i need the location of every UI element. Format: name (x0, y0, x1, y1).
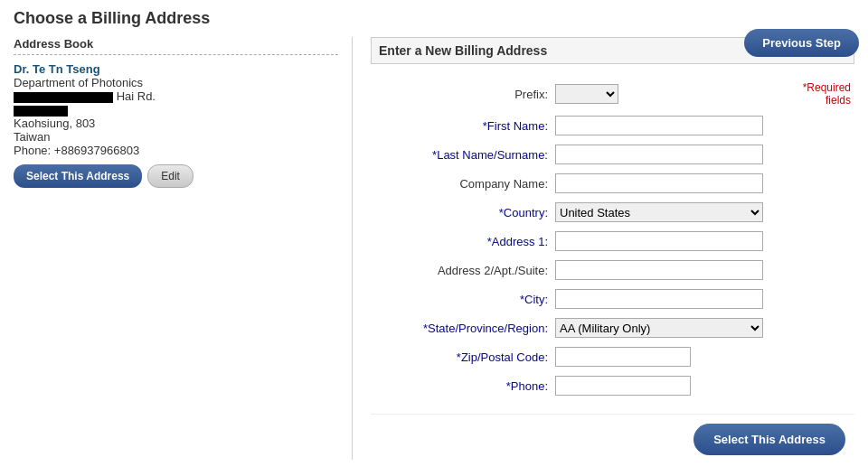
address-street-suffix: Hai Rd. (117, 89, 156, 103)
address-country: Taiwan (14, 130, 338, 144)
first-name-label: *First Name: (371, 111, 552, 140)
address2-row: Address 2/Apt./Suite: (371, 256, 854, 285)
phone-row: *Phone: (371, 371, 854, 400)
address-city-state-text: Kaohsiung, 803 (14, 117, 338, 130)
address1-input[interactable] (555, 231, 763, 251)
address-entry: Dr. Te Tn Tseng Department of Photonics … (14, 62, 338, 157)
last-name-input-cell (552, 140, 787, 169)
address2-input-cell (552, 256, 787, 285)
page-container: Choose a Billing Address Previous Step A… (0, 0, 868, 476)
company-label: Company Name: (371, 169, 552, 198)
city-row: *City: (371, 285, 854, 313)
state-row: *State/Province/Region: AA (Military Onl… (371, 313, 854, 342)
address-book-panel: Address Book Dr. Te Tn Tseng Department … (14, 37, 353, 460)
company-input-cell (552, 169, 787, 198)
first-name-input[interactable] (555, 116, 763, 135)
zip-label: *Zip/Postal Code: (371, 342, 552, 371)
country-label: *Country: (371, 198, 552, 227)
state-select[interactable]: AA (Military Only) AE (Military Only) AP… (555, 318, 763, 338)
first-name-row: *First Name: (371, 111, 854, 140)
prefix-label: Prefix: (371, 77, 552, 111)
state-label: *State/Province/Region: (371, 313, 552, 342)
city-label: *City: (371, 285, 552, 313)
country-row: *Country: United States (371, 198, 854, 227)
redacted-block-2 (14, 106, 68, 117)
select-address-button-bottom[interactable]: Select This Address (693, 424, 845, 455)
state-input-cell: AA (Military Only) AE (Military Only) AP… (552, 313, 787, 342)
prefix-input-cell: Dr. Mr. Mrs. Ms. (552, 77, 787, 111)
page-title: Choose a Billing Address (14, 9, 854, 28)
address-street-redacted: Hai Rd. (14, 89, 338, 103)
company-row: Company Name: (371, 169, 854, 198)
select-address-button-left[interactable]: Select This Address (14, 164, 142, 188)
address-book-header: Address Book (14, 37, 338, 55)
main-layout: Address Book Dr. Te Tn Tseng Department … (14, 37, 854, 460)
bottom-bar: Select This Address (371, 414, 854, 460)
previous-step-button[interactable]: Previous Step (744, 29, 859, 57)
last-name-row: *Last Name/Surname: (371, 140, 854, 169)
last-name-input[interactable] (555, 145, 763, 164)
address1-label: *Address 1: (371, 227, 552, 256)
address-name: Dr. Te Tn Tseng (14, 62, 338, 76)
redacted-block-1 (14, 92, 113, 103)
country-input-cell: United States (552, 198, 787, 227)
new-address-panel: Enter a New Billing Address Prefix: Dr. … (353, 37, 854, 460)
address-department: Department of Photonics (14, 76, 338, 89)
edit-address-button[interactable]: Edit (147, 164, 193, 188)
address-phone: Phone: +886937966803 (14, 144, 338, 157)
address2-label: Address 2/Apt./Suite: (371, 256, 552, 285)
phone-input[interactable] (555, 376, 691, 396)
billing-address-form: Prefix: Dr. Mr. Mrs. Ms. *Required field… (371, 77, 854, 400)
city-input[interactable] (555, 289, 763, 309)
phone-label: *Phone: (371, 371, 552, 400)
address2-input[interactable] (555, 260, 763, 280)
prefix-select[interactable]: Dr. Mr. Mrs. Ms. (555, 84, 618, 104)
prefix-row: Prefix: Dr. Mr. Mrs. Ms. *Required field… (371, 77, 854, 111)
country-select[interactable]: United States (555, 202, 763, 222)
company-input[interactable] (555, 173, 763, 193)
address1-row: *Address 1: (371, 227, 854, 256)
address-city-state (14, 103, 338, 117)
city-input-cell (552, 285, 787, 313)
first-name-input-cell (552, 111, 787, 140)
phone-input-cell (552, 371, 787, 400)
required-note: *Required fields (787, 77, 854, 111)
address1-input-cell (552, 227, 787, 256)
address-buttons: Select This Address Edit (14, 164, 338, 188)
zip-row: *Zip/Postal Code: (371, 342, 854, 371)
last-name-label: *Last Name/Surname: (371, 140, 552, 169)
zip-input[interactable] (555, 347, 691, 367)
zip-input-cell (552, 342, 787, 371)
